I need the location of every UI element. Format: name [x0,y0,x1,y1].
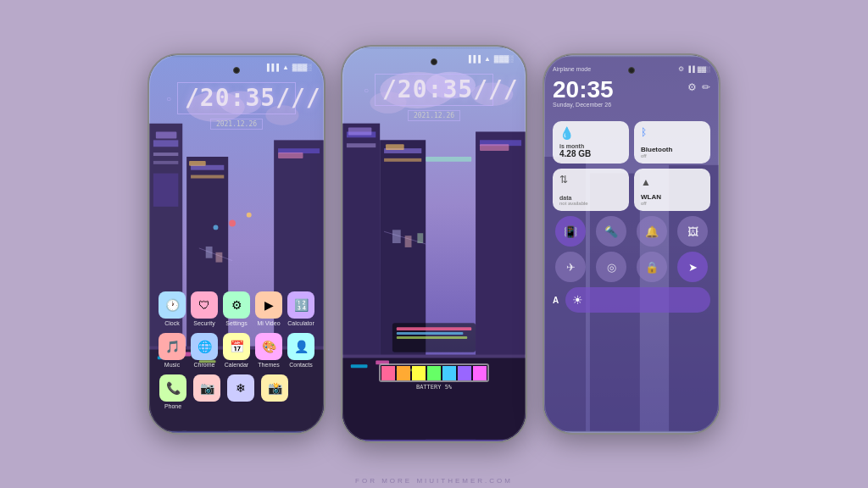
phone2-battery-icon: ▓▓▓░ [494,55,514,63]
app-camera[interactable]: 📸 [261,374,288,409]
cc-buttons-row1: 📳 🔦 🔔 🖼 [553,216,710,247]
airplane-button[interactable]: ✈ [555,252,586,282]
svg-rect-6 [153,152,178,156]
app-security-label: Security [193,320,214,326]
app-calendar[interactable]: 📅 Calendar [223,333,250,368]
svg-rect-41 [348,128,371,136]
phone3-camera [628,67,635,74]
phone2-clock-time: /20:35/// [382,78,486,102]
svg-rect-48 [417,233,423,243]
battery-bar [379,363,489,382]
battery-seg4 [427,366,441,381]
cc-data-tile[interactable]: 💧 is month 4.28 GB [553,121,629,164]
lock-icon: 🔒 [645,261,659,274]
notification-icon: 🔔 [645,225,659,238]
svg-rect-14 [156,132,177,139]
app-calculator[interactable]: 🔢 Calculator [287,291,314,326]
vibrate-icon: 📳 [564,225,577,238]
app-clock[interactable]: 🕐 Clock [159,291,186,326]
cc-bluetooth-title: Bluetooth [641,146,704,153]
brightness-slider[interactable]: ☀ [565,287,710,313]
brightness-label: A [553,296,559,305]
svg-rect-16 [278,152,303,158]
phone3: Airplane mode ⚙ ▐▐ ▓▓░ 20:35 Sunday, Dec… [542,53,721,435]
svg-rect-42 [386,144,404,150]
phone1-app-row3: 📞 Phone 📷 ❄ 📸 [156,374,317,409]
app-chrome[interactable]: 🌐 Chrome [191,333,218,368]
svg-rect-7 [153,161,178,164]
cc-mobile-status: not available [559,201,622,206]
navigation-button[interactable]: ➤ [677,252,708,282]
watermark: FOR MORE MIUITHEMER.COM [355,477,513,485]
phone1-app-row2: 🎵 Music 🌐 Chrome 📅 Calendar 🎨 Themes [156,333,317,368]
app-settings[interactable]: ⚙ Settings [223,291,250,326]
cc-bluetooth-status: off [641,153,704,158]
svg-rect-57 [397,336,467,339]
cc-mobile-tile[interactable]: ⇅ data not available [553,169,629,211]
cc-settings-gear-icon[interactable]: ⚙ [687,81,697,93]
cc-settings-icon[interactable]: ⚙ [678,65,684,73]
battery-seg2 [397,366,410,381]
svg-point-17 [229,220,236,227]
svg-rect-43 [480,144,509,151]
cc-action-icons: ⚙ ✏ [687,81,710,93]
phone2-camera [431,58,437,65]
lock-button[interactable]: 🔒 [637,252,667,282]
cc-edit-icon[interactable]: ✏ [702,81,710,93]
app-contacts-label: Contacts [289,362,313,368]
phone1-clock-widget: /20:35/// 2021.12.26 [177,82,296,130]
screenshot-button[interactable]: 🖼 [677,216,708,247]
app-clock-label: Clock [164,320,180,326]
app-calculator-label: Calculator [287,320,314,326]
cc-wlan-tile[interactable]: ▲ WLAN off [634,169,710,211]
app-security[interactable]: 🛡 Security [191,291,218,326]
cc-data-value: 4.28 GB [559,149,622,158]
cc-status-icons: ⚙ ▐▐ ▓▓░ [678,65,710,73]
wifi-status-icon: ▲ [282,64,289,71]
svg-rect-26 [206,247,213,258]
app-misc2[interactable]: 📷 [193,374,220,409]
app-music[interactable]: 🎵 Music [159,333,186,368]
svg-rect-11 [191,175,224,179]
svg-rect-56 [397,332,464,335]
app-misc3[interactable]: ❄ [227,374,254,409]
app-chrome-label: Chrome [194,362,215,368]
svg-rect-35 [347,143,376,147]
cc-bluetooth-tile[interactable]: ᛒ Bluetooth off [634,121,710,164]
app-themes-label: Themes [258,362,279,368]
cc-mobile-title: data [559,195,622,201]
signal-icon: ▐▐▐ [264,64,279,71]
svg-rect-5 [153,140,178,147]
phone2-signal-icon: ▐▐▐ [466,55,481,63]
phone1-clock-border: /20:35/// [177,82,296,114]
battery-seg6 [458,366,471,381]
wlan-icon: ▲ [641,176,651,188]
phones-container: ▐▐▐ ▲ ▓▓▓░ /20:35/// 2021.12.26 🕐 Clock [147,45,721,443]
battery-seg1 [381,366,395,381]
app-music-label: Music [164,362,180,368]
main-container: ▐▐▐ ▲ ▓▓▓░ /20:35/// 2021.12.26 🕐 Clock [0,0,868,488]
circle-button[interactable]: ◎ [596,252,626,282]
vibrate-button[interactable]: 📳 [555,216,586,247]
cc-wlan-icon-wrap: ▲ [641,174,704,189]
notification-button[interactable]: 🔔 [637,216,667,247]
cc-mobile-icon: ⇅ [559,174,622,186]
phone1-app-row1: 🕐 Clock 🛡 Security ⚙ Settings ▶ Mi Video [156,291,317,326]
flashlight-icon: 🔦 [604,225,618,238]
cc-buttons-row2: ✈ ◎ 🔒 ➤ [553,252,710,282]
svg-rect-51 [351,364,368,368]
app-themes[interactable]: 🎨 Themes [255,333,282,368]
phone2-battery-widget: BATTERY 5% [379,363,489,391]
app-phone-label: Phone [164,403,181,409]
battery-label: BATTERY 5% [379,384,489,391]
app-contacts[interactable]: 👤 Contacts [287,333,314,368]
battery-seg5 [442,366,456,381]
phone2-wifi-icon: ▲ [484,55,491,63]
flashlight-button[interactable]: 🔦 [596,216,626,247]
app-phone[interactable]: 📞 Phone [159,374,186,409]
svg-rect-47 [405,236,412,247]
svg-rect-55 [397,327,471,330]
app-mi-video[interactable]: ▶ Mi Video [255,291,282,326]
battery-seg3 [412,366,426,381]
phone1-apps-grid: 🕐 Clock 🛡 Security ⚙ Settings ▶ Mi Video [156,291,317,416]
